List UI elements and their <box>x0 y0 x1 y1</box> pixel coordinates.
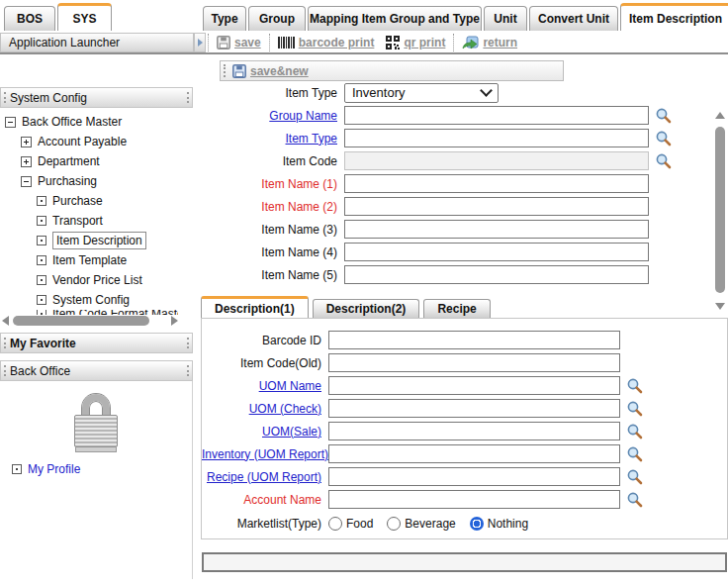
tab-item-description[interactable]: Item Description <box>620 3 728 31</box>
lock-base <box>75 447 117 452</box>
save-and-new-button[interactable]: save&new <box>232 64 309 78</box>
tree-item-label: Back Office Master <box>22 115 122 129</box>
item-name-5-input[interactable] <box>344 265 649 284</box>
uom-sale-label[interactable]: UOM(Sale) <box>202 425 328 439</box>
magnifier-lookup-icon[interactable] <box>626 423 644 440</box>
barcode-print-button[interactable]: barcode print <box>278 36 375 49</box>
uom-check-input[interactable] <box>328 399 620 418</box>
tree-item-item-template[interactable]: Item Template <box>0 250 178 270</box>
radio-beverage[interactable]: Beverage <box>387 517 455 531</box>
item-name-1-input[interactable] <box>344 174 649 193</box>
uom-name-label[interactable]: UOM Name <box>202 379 328 393</box>
tree-item-transport[interactable]: Transport <box>0 211 178 231</box>
tab-bos[interactable]: BOS <box>4 6 55 31</box>
save-button[interactable]: save <box>217 36 261 49</box>
tab-description-1[interactable]: Description(1) <box>201 296 309 318</box>
tree-item-department[interactable]: Department <box>0 151 178 171</box>
application-launcher-bar[interactable]: Application Launcher <box>0 33 194 52</box>
scroll-down-icon[interactable] <box>715 303 725 310</box>
return-button[interactable]: return <box>462 36 517 49</box>
scroll-right-icon[interactable] <box>171 316 178 326</box>
tab-label: Description(1) <box>215 302 295 316</box>
magnifier-lookup-icon[interactable] <box>626 468 644 486</box>
tree-vertical-scrollbar[interactable] <box>715 111 725 311</box>
radio-circle-icon[interactable] <box>387 517 401 531</box>
magnifier-lookup-icon[interactable] <box>655 130 673 147</box>
minus-box-icon[interactable] <box>5 117 16 128</box>
tab-unit[interactable]: Unit <box>484 6 527 31</box>
tab-convert-unit[interactable]: Convert Unit <box>529 6 618 31</box>
barcode-id-input[interactable] <box>328 331 620 349</box>
minus-box-icon[interactable] <box>21 176 32 187</box>
tree-item-purchase[interactable]: Purchase <box>0 191 178 211</box>
tree-item-back-office-master[interactable]: Back Office Master <box>0 112 178 132</box>
inventory-uom-report-label[interactable]: Inventory (UOM Report) <box>202 447 328 461</box>
item-type-input[interactable] <box>344 129 649 147</box>
item-name-3-input[interactable] <box>344 220 649 239</box>
leaf-box-icon[interactable] <box>37 255 46 265</box>
inventory-uom-report-input[interactable] <box>328 444 620 463</box>
uom-name-input[interactable] <box>328 376 620 395</box>
tab-sys[interactable]: SYS <box>57 3 112 31</box>
leaf-box-icon[interactable] <box>37 196 46 206</box>
item-type-select[interactable]: Inventory <box>344 83 499 103</box>
item-code-input <box>344 151 649 170</box>
radio-food[interactable]: Food <box>328 517 373 531</box>
tree-item-vendor-price-list[interactable]: Vendor Price List <box>0 270 178 290</box>
magnifier-lookup-icon[interactable] <box>626 400 644 418</box>
group-name-label[interactable]: Group Name <box>201 109 344 123</box>
radio-circle-icon[interactable] <box>328 517 342 531</box>
tree-item-item-code-format-master[interactable]: Item Code Format Master <box>0 310 178 315</box>
magnifier-lookup-icon[interactable] <box>655 152 673 170</box>
plus-box-icon[interactable] <box>21 156 32 167</box>
sidebar-header-system-config[interactable]: System Config <box>0 87 193 108</box>
account-name-input[interactable] <box>328 490 620 509</box>
leaf-box-icon[interactable] <box>37 275 46 285</box>
toolbar-button-label: barcode print <box>299 36 375 49</box>
tab-group[interactable]: Group <box>248 6 306 31</box>
scroll-up-icon[interactable] <box>715 112 725 119</box>
tab-recipe[interactable]: Recipe <box>423 299 490 318</box>
magnifier-lookup-icon[interactable] <box>655 107 673 125</box>
group-name-input[interactable] <box>344 106 649 125</box>
magnifier-lookup-icon[interactable] <box>626 377 644 395</box>
launcher-expand-button[interactable] <box>194 33 206 52</box>
scroll-left-icon[interactable] <box>2 316 9 326</box>
radio-nothing[interactable]: Nothing <box>470 517 528 531</box>
item-code-old-label: Item Code(Old) <box>202 356 328 370</box>
tree-item-item-description[interactable]: Item Description <box>0 231 178 250</box>
leaf-box-icon[interactable] <box>37 310 46 315</box>
vertical-scroll-thumb[interactable] <box>715 127 725 293</box>
qr-print-button[interactable]: qr print <box>386 36 445 49</box>
form-row: UOM (Check) <box>202 399 727 418</box>
sidebar-header-my-favorite[interactable]: My Favorite <box>0 333 193 353</box>
tab-description-2[interactable]: Description(2) <box>313 299 420 318</box>
form-row: Item Name (2) <box>201 197 728 216</box>
leaf-box-icon[interactable] <box>37 216 46 226</box>
uom-check-label[interactable]: UOM (Check) <box>202 402 328 416</box>
sidebar-header-back-office[interactable]: Back Office <box>0 360 193 381</box>
tab-type[interactable]: Type <box>203 6 246 31</box>
magnifier-lookup-icon[interactable] <box>626 491 644 509</box>
plus-box-icon[interactable] <box>21 137 32 147</box>
radio-circle-icon[interactable] <box>470 517 484 531</box>
item-name-4-input[interactable] <box>344 243 649 261</box>
magnifier-lookup-icon[interactable] <box>626 445 644 463</box>
item-code-old-input[interactable] <box>328 353 620 372</box>
recipe-uom-report-input[interactable] <box>328 467 620 486</box>
item-name-2-input[interactable] <box>344 197 649 216</box>
leaf-box-icon[interactable] <box>37 295 46 305</box>
my-profile-item[interactable]: My Profile <box>12 462 80 476</box>
horizontal-scroll-thumb[interactable] <box>13 316 149 326</box>
uom-sale-input[interactable] <box>328 422 620 440</box>
tree-item-system-config[interactable]: System Config <box>0 290 178 310</box>
item-type-label: Item Type <box>201 86 344 100</box>
tab-mapping-item-group-and-type[interactable]: Mapping Item Group and Type <box>308 6 482 31</box>
tree-item-purchasing[interactable]: Purchasing <box>0 171 178 191</box>
tree-item-account-payable[interactable]: Account Payable <box>0 132 178 151</box>
radio-label: Nothing <box>488 517 528 531</box>
recipe-uom-report-label[interactable]: Recipe (UOM Report) <box>202 470 328 484</box>
item-type-label[interactable]: Item Type <box>201 132 344 146</box>
leaf-box-icon[interactable] <box>37 236 46 245</box>
tree-horizontal-scrollbar[interactable] <box>2 316 178 326</box>
